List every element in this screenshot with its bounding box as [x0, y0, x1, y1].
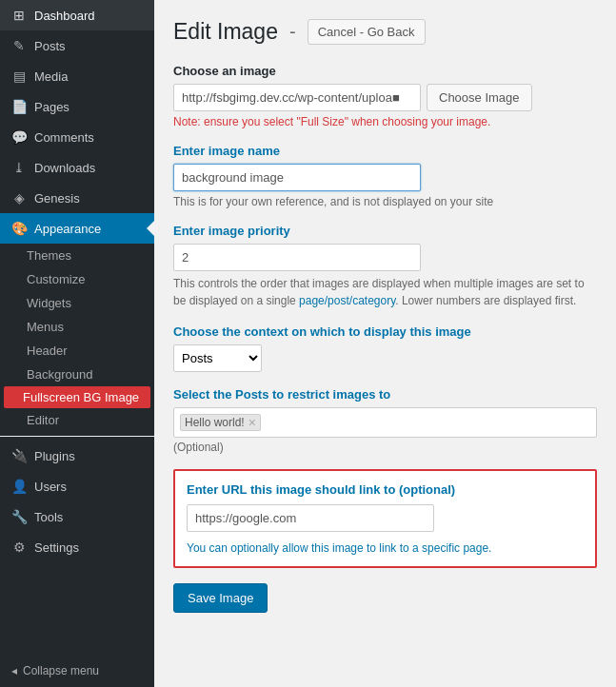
choose-image-button[interactable]: Choose Image [427, 84, 532, 111]
users-icon: 👤 [11, 479, 27, 494]
sidebar-item-label: Comments [34, 130, 94, 145]
sidebar-item-settings[interactable]: ⚙ Settings [0, 532, 154, 562]
url-link-input[interactable] [187, 504, 434, 532]
image-name-help: This is for your own reference, and is n… [173, 195, 597, 208]
collapse-label: Collapse menu [23, 664, 99, 677]
submenu-widgets[interactable]: Widgets [0, 291, 154, 315]
optional-text: (Optional) [173, 441, 597, 454]
sidebar-item-plugins[interactable]: 🔌 Plugins [0, 441, 154, 471]
save-section: Save Image [173, 583, 597, 613]
title-separator: - [289, 21, 296, 43]
context-section: Choose the context on which to display t… [173, 324, 597, 372]
choose-image-label: Choose an image [173, 64, 597, 78]
restrict-posts-section: Select the Posts to restrict images to H… [173, 387, 597, 454]
sidebar-item-appearance[interactable]: 🎨 Appearance [0, 213, 154, 244]
submenu-label: Customize [27, 272, 85, 286]
sidebar-item-label: Dashboard [34, 9, 95, 23]
tag-input-area[interactable]: Hello world! × [173, 407, 597, 438]
submenu-background[interactable]: Background [0, 363, 154, 386]
image-name-input[interactable] [173, 164, 421, 191]
submenu-label: Menus [27, 320, 64, 334]
sidebar: ⊞ Dashboard ✎ Posts ▤ Media 📄 Pages 💬 Co… [0, 0, 154, 687]
sidebar-item-label: Plugins [34, 449, 75, 463]
save-image-button[interactable]: Save Image [173, 583, 268, 613]
image-priority-help: This controls the order that images are … [173, 275, 597, 309]
submenu-menus[interactable]: Menus [0, 315, 154, 339]
settings-icon: ⚙ [11, 540, 27, 555]
dashboard-icon: ⊞ [11, 8, 27, 23]
url-link-label: Enter URL this image should link to (opt… [187, 482, 584, 497]
collapse-menu[interactable]: ◂ Collapse menu [0, 655, 154, 687]
context-select[interactable]: Posts Pages Categories All [173, 344, 262, 372]
tag-remove-button[interactable]: × [248, 416, 256, 429]
image-url-input[interactable] [173, 84, 421, 111]
restrict-posts-label: Select the Posts to restrict images to [173, 387, 597, 402]
collapse-arrow-icon: ◂ [11, 664, 17, 677]
sidebar-item-media[interactable]: ▤ Media [0, 61, 154, 91]
submenu-label: Background [27, 367, 92, 382]
url-link-section: Enter URL this image should link to (opt… [173, 469, 597, 568]
sidebar-item-label: Downloads [34, 161, 95, 175]
context-label: Choose the context on which to display t… [173, 324, 597, 339]
main-content: Edit Image - Cancel - Go Back Choose an … [154, 0, 616, 687]
tag-label: Hello world! [185, 416, 245, 429]
appearance-icon: 🎨 [11, 221, 27, 236]
url-link-help: You can optionally allow this image to l… [187, 541, 584, 555]
image-name-section: Enter image name This is for your own re… [173, 144, 597, 208]
tag-hello-world: Hello world! × [180, 414, 261, 431]
sidebar-item-label: Posts [34, 39, 66, 53]
page-title: Edit Image [173, 19, 278, 45]
sidebar-item-tools[interactable]: 🔧 Tools [0, 501, 154, 532]
submenu-fullscreen-bg-image[interactable]: Fullscreen BG Image [4, 386, 150, 408]
sidebar-item-label: Tools [34, 510, 63, 524]
context-select-wrap: Posts Pages Categories All [173, 344, 597, 372]
submenu-label: Widgets [27, 296, 71, 310]
sidebar-item-label: Pages [34, 100, 70, 114]
pages-icon: 📄 [11, 99, 27, 114]
submenu-editor[interactable]: Editor [0, 408, 154, 432]
genesis-icon: ◈ [11, 190, 27, 206]
sidebar-item-downloads[interactable]: ⤓ Downloads [0, 152, 154, 183]
choose-image-note: Note: ensure you select "Full Size" when… [173, 115, 597, 128]
submenu-label: Header [27, 344, 68, 358]
sidebar-item-comments[interactable]: 💬 Comments [0, 122, 154, 152]
plugins-icon: 🔌 [11, 448, 27, 463]
sidebar-item-posts[interactable]: ✎ Posts [0, 30, 154, 61]
tools-icon: 🔧 [11, 509, 27, 524]
submenu-header[interactable]: Header [0, 339, 154, 363]
downloads-icon: ⤓ [11, 160, 27, 175]
image-priority-label: Enter image priority [173, 224, 597, 238]
page-header: Edit Image - Cancel - Go Back [173, 19, 597, 45]
sidebar-item-users[interactable]: 👤 Users [0, 471, 154, 501]
sidebar-item-label: Users [34, 480, 67, 494]
submenu-label: Fullscreen BG Image [23, 390, 139, 404]
sidebar-item-label: Settings [34, 540, 79, 555]
submenu-label: Themes [27, 248, 71, 263]
sidebar-item-genesis[interactable]: ◈ Genesis [0, 183, 154, 213]
choose-image-row: Choose Image [173, 84, 597, 111]
posts-icon: ✎ [11, 38, 27, 53]
cancel-go-back-button[interactable]: Cancel - Go Back [308, 19, 426, 45]
submenu-themes[interactable]: Themes [0, 244, 154, 267]
image-priority-section: Enter image priority This controls the o… [173, 224, 597, 309]
image-name-label: Enter image name [173, 144, 597, 158]
comments-icon: 💬 [11, 129, 27, 145]
media-icon: ▤ [11, 69, 27, 84]
active-arrow [147, 221, 154, 236]
submenu-label: Editor [27, 413, 59, 427]
submenu-customize[interactable]: Customize [0, 267, 154, 291]
sidebar-item-pages[interactable]: 📄 Pages [0, 91, 154, 122]
sidebar-item-label: Genesis [34, 191, 80, 206]
sidebar-item-label: Media [34, 69, 68, 84]
sidebar-item-dashboard[interactable]: ⊞ Dashboard [0, 0, 154, 30]
image-priority-input[interactable] [173, 244, 421, 271]
choose-image-section: Choose an image Choose Image Note: ensur… [173, 64, 597, 128]
sidebar-item-label: Appearance [34, 222, 101, 236]
